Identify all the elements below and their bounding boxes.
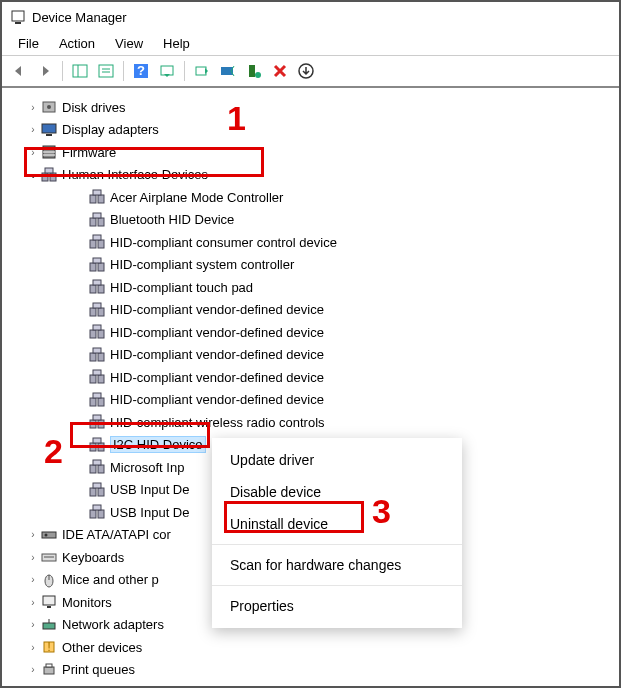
tree-item-label: Mice and other p (62, 572, 159, 587)
svg-rect-71 (42, 532, 56, 538)
svg-rect-51 (98, 375, 104, 383)
hid-icon (88, 369, 106, 385)
uninstall-button[interactable] (269, 60, 291, 82)
chevron-down-icon[interactable]: ⌄ (26, 169, 40, 180)
other-icon: ! (40, 639, 58, 655)
show-hide-tree-button[interactable] (69, 60, 91, 82)
disable-button[interactable] (217, 60, 239, 82)
update-driver-button[interactable] (191, 60, 213, 82)
tree-item[interactable]: HID-compliant vendor-defined device (2, 344, 619, 367)
tree-item[interactable]: ›Firmware (2, 141, 619, 164)
tree-item[interactable]: ⌄Human Interface Devices (2, 164, 619, 187)
svg-rect-18 (46, 134, 52, 136)
toolbar: ? (2, 56, 619, 88)
tree-item-label: Other devices (62, 640, 142, 655)
printer-icon (40, 662, 58, 678)
tree-item-label: HID-compliant vendor-defined device (110, 370, 324, 385)
context-menu-item[interactable]: Properties (212, 590, 462, 622)
hid-icon (88, 504, 106, 520)
context-menu: Update driverDisable deviceUninstall dev… (212, 438, 462, 628)
tree-item[interactable]: HID-compliant vendor-defined device (2, 366, 619, 389)
properties-button[interactable] (95, 60, 117, 82)
hid-icon (88, 392, 106, 408)
tree-item[interactable]: HID-compliant vendor-defined device (2, 389, 619, 412)
svg-point-16 (47, 105, 51, 109)
tree-item[interactable]: Acer Airplane Mode Controller (2, 186, 619, 209)
context-menu-item[interactable]: Scan for hardware changes (212, 549, 462, 581)
scan-button[interactable] (156, 60, 178, 82)
svg-rect-57 (98, 420, 104, 428)
tree-content: ›Disk drives›Display adapters›Firmware⌄H… (2, 88, 619, 686)
tree-item-label: HID-compliant touch pad (110, 280, 253, 295)
tree-item[interactable]: ›Print queues (2, 659, 619, 682)
help-button[interactable]: ? (130, 60, 152, 82)
keyboard-icon (40, 549, 58, 565)
hid-icon (88, 234, 106, 250)
titlebar: Device Manager (2, 2, 619, 32)
tree-item-label: Human Interface Devices (62, 167, 208, 182)
chevron-right-icon[interactable]: › (26, 102, 40, 113)
chevron-right-icon[interactable]: › (26, 124, 40, 135)
svg-rect-37 (93, 258, 101, 263)
tree-item[interactable]: HID-compliant wireless radio controls (2, 411, 619, 434)
forward-button[interactable] (34, 60, 56, 82)
tree-item-label: I2C HID Device (110, 436, 206, 453)
svg-rect-10 (196, 67, 206, 75)
network-icon (40, 617, 58, 633)
svg-rect-34 (93, 235, 101, 240)
svg-rect-0 (12, 11, 24, 21)
menu-file[interactable]: File (8, 34, 49, 53)
chevron-right-icon[interactable]: › (26, 574, 40, 585)
context-menu-item[interactable]: Disable device (212, 476, 462, 508)
back-button[interactable] (8, 60, 30, 82)
svg-rect-42 (98, 308, 104, 316)
svg-rect-44 (90, 330, 96, 338)
tree-item[interactable]: Bluetooth HID Device (2, 209, 619, 232)
tree-item[interactable]: HID-compliant system controller (2, 254, 619, 277)
svg-rect-79 (43, 623, 55, 629)
svg-text:!: ! (47, 639, 51, 654)
tree-item[interactable]: ›Display adapters (2, 119, 619, 142)
svg-rect-70 (93, 505, 101, 510)
chevron-right-icon[interactable]: › (26, 147, 40, 158)
tree-item[interactable]: HID-compliant vendor-defined device (2, 321, 619, 344)
tree-item[interactable]: HID-compliant touch pad (2, 276, 619, 299)
svg-rect-78 (47, 606, 51, 608)
context-menu-item[interactable]: Update driver (212, 444, 462, 476)
chevron-right-icon[interactable]: › (26, 529, 40, 540)
tree-item[interactable]: HID-compliant consumer control device (2, 231, 619, 254)
down-button[interactable] (295, 60, 317, 82)
svg-rect-31 (93, 213, 101, 218)
svg-rect-84 (46, 664, 52, 667)
tree-item-label: HID-compliant wireless radio controls (110, 415, 325, 430)
svg-rect-26 (90, 195, 96, 203)
svg-text:?: ? (137, 63, 145, 78)
chevron-right-icon[interactable]: › (26, 664, 40, 675)
toolbar-sep (62, 61, 63, 81)
chevron-right-icon[interactable]: › (26, 642, 40, 653)
tree-item[interactable]: ›!Other devices (2, 636, 619, 659)
uninstall-hw-button[interactable] (243, 60, 265, 82)
svg-rect-29 (90, 218, 96, 226)
menu-help[interactable]: Help (153, 34, 200, 53)
svg-rect-9 (161, 66, 173, 75)
chevron-right-icon[interactable]: › (26, 619, 40, 630)
tree-item-label: HID-compliant consumer control device (110, 235, 337, 250)
context-menu-item[interactable]: Uninstall device (212, 508, 462, 540)
tree-item-label: Monitors (62, 595, 112, 610)
chevron-right-icon[interactable]: › (26, 552, 40, 563)
menu-view[interactable]: View (105, 34, 153, 53)
svg-rect-56 (90, 420, 96, 428)
svg-rect-39 (98, 285, 104, 293)
svg-rect-69 (98, 510, 104, 518)
chevron-right-icon[interactable]: › (26, 597, 40, 608)
svg-rect-30 (98, 218, 104, 226)
tree-item-label: Display adapters (62, 122, 159, 137)
tree-item[interactable]: HID-compliant vendor-defined device (2, 299, 619, 322)
svg-rect-43 (93, 303, 101, 308)
svg-rect-64 (93, 460, 101, 465)
svg-rect-55 (93, 393, 101, 398)
tree-item-label: Keyboards (62, 550, 124, 565)
menu-action[interactable]: Action (49, 34, 105, 53)
tree-item[interactable]: ›Disk drives (2, 96, 619, 119)
